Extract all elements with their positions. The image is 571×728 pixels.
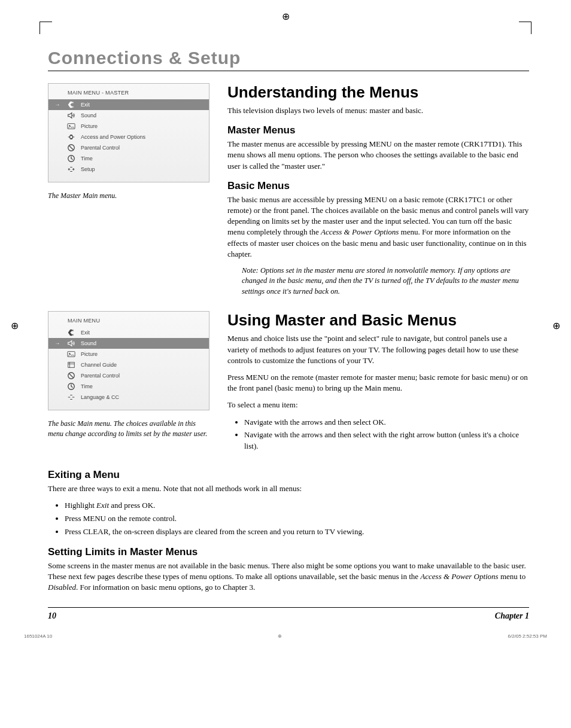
menu-item-label: Setup [81, 166, 203, 172]
sound-icon [66, 339, 76, 348]
heading-basic-menus: Basic Menus [227, 180, 529, 192]
svg-rect-6 [68, 363, 75, 368]
list-item: Navigate with the arrows and then select… [244, 417, 529, 428]
exit-icon [66, 100, 76, 109]
basic-menu-box: MAIN MENU Exit→SoundPictureChannel Guide… [48, 311, 209, 410]
master-menus-text: The master menus are accessible by press… [227, 139, 529, 172]
setup-icon [66, 165, 76, 173]
heading-limits: Setting Limits in Master Menus [48, 546, 529, 558]
using-text-2: Press MENU on the remote (master remote … [227, 372, 529, 394]
print-footer-center: ⊕ [278, 633, 282, 639]
menu-item-label: Access and Power Options [81, 134, 203, 140]
list-item: Highlight Exit and press OK. [65, 500, 529, 511]
exit-icon [66, 328, 76, 337]
master-menu-caption: The Master Main menu. [48, 191, 209, 200]
page-number: 10 [48, 611, 56, 621]
arrow-icon: → [53, 340, 62, 346]
sound-icon [66, 111, 76, 120]
print-footer-right: 6/2/05 2:52:53 PM [508, 633, 547, 639]
menu-row[interactable]: Picture [48, 121, 209, 132]
divider [48, 71, 529, 71]
heading-using: Using Master and Basic Menus [227, 311, 529, 330]
basic-menu-caption: The basic Main menu. The choices availab… [48, 419, 209, 438]
menu-row[interactable]: Access and Power Options [48, 132, 209, 142]
menu-item-label: Parental Control [81, 373, 203, 379]
menu-item-label: Channel Guide [81, 362, 203, 368]
list-item: Navigate with the arrows and then select… [244, 430, 529, 452]
list-item: Press MENU on the remote control. [65, 513, 529, 525]
menu-item-label: Sound [81, 112, 203, 118]
menu-item-label: Parental Control [81, 145, 203, 151]
guide-icon [66, 361, 76, 369]
menu-row[interactable]: Exit [48, 327, 209, 338]
menu-item-label: Language & CC [81, 394, 203, 400]
menu-items: →ExitSoundPictureAccess and Power Option… [48, 99, 209, 175]
menu-row[interactable]: Channel Guide [48, 360, 209, 370]
access-icon [66, 133, 76, 141]
limits-text: Some screens in the master menus are not… [48, 561, 529, 593]
menu-title: MAIN MENU [48, 312, 209, 327]
arrow-icon: → [53, 102, 62, 108]
menu-row[interactable]: Parental Control [48, 370, 209, 381]
exit-list: Highlight Exit and press OK. Press MENU … [48, 500, 529, 538]
time-icon [66, 382, 76, 391]
menu-row[interactable]: Language & CC [48, 392, 209, 403]
exit-text: There are three ways to exit a menu. Not… [48, 483, 529, 494]
section-title: Connections & Setup [48, 48, 529, 68]
menu-item-label: Picture [81, 123, 203, 129]
print-footer: 1651024A 10 ⊕ 6/2/05 2:52:53 PM [24, 633, 547, 639]
menu-row[interactable]: Parental Control [48, 142, 209, 153]
page-footer: 10 Chapter 1 [48, 607, 529, 621]
menu-item-label: Exit [81, 102, 203, 108]
parental-icon [66, 144, 76, 152]
using-list: Navigate with the arrows and then select… [227, 417, 529, 453]
picture-icon [66, 122, 76, 130]
note-text: Note: Options set in the master menu are… [242, 266, 529, 297]
menu-item-label: Time [81, 156, 203, 162]
basic-menus-text: The basic menus are accessible by pressi… [227, 194, 529, 260]
using-text-3: To select a menu item: [227, 400, 529, 410]
picture-icon [66, 350, 76, 358]
menu-item-label: Sound [81, 340, 203, 346]
lang-icon [66, 393, 76, 401]
menu-row[interactable]: →Exit [48, 99, 209, 110]
menu-item-label: Time [81, 383, 203, 389]
menu-row[interactable]: Time [48, 381, 209, 392]
time-icon [66, 154, 76, 163]
menu-item-label: Picture [81, 351, 203, 357]
print-footer-left: 1651024A 10 [24, 633, 52, 639]
menu-row[interactable]: Sound [48, 110, 209, 121]
chapter-label: Chapter 1 [495, 611, 529, 621]
master-menu-box: MAIN MENU - MASTER →ExitSoundPictureAcce… [48, 83, 209, 182]
heading-exiting: Exiting a Menu [48, 469, 529, 481]
menu-row[interactable]: Setup [48, 164, 209, 175]
menu-row[interactable]: Picture [48, 349, 209, 360]
list-item: Press CLEAR, the on-screen displays are … [65, 526, 529, 538]
menu-row[interactable]: Time [48, 153, 209, 164]
intro-text: This television displays two levels of m… [227, 105, 529, 116]
menu-items: Exit→SoundPictureChannel GuideParental C… [48, 327, 209, 403]
menu-row[interactable]: →Sound [48, 338, 209, 349]
menu-item-label: Exit [81, 330, 203, 336]
using-text-1: Menus and choice lists use the "point an… [227, 333, 529, 366]
heading-understanding: Understanding the Menus [227, 83, 529, 102]
parental-icon [66, 371, 76, 380]
menu-title: MAIN MENU - MASTER [48, 84, 209, 99]
heading-master-menus: Master Menus [227, 124, 529, 136]
